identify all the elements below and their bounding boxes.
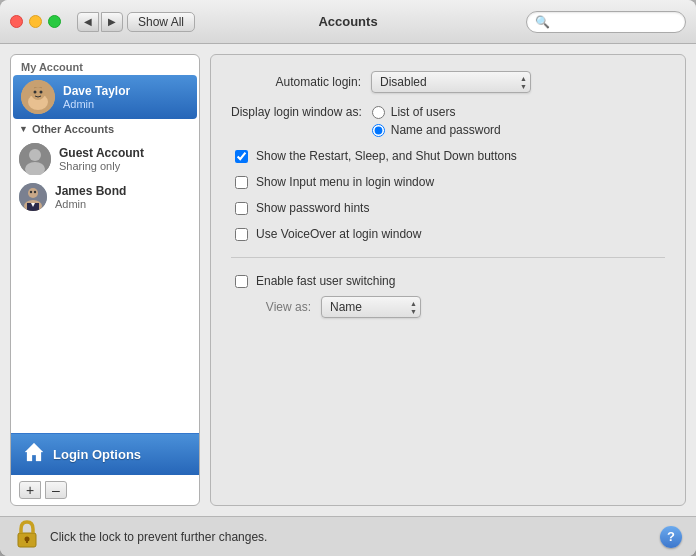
guest-account-item[interactable]: Guest Account Sharing only <box>11 139 199 179</box>
james-role: Admin <box>55 198 126 210</box>
view-as-select[interactable]: Name Short Name Icon <box>321 296 421 318</box>
accounts-window: ◀ ▶ Show All Accounts 🔍 My Account <box>0 0 696 556</box>
fast-user-section: Enable fast user switching View as: Name… <box>231 274 665 318</box>
help-button[interactable]: ? <box>660 526 682 548</box>
search-box[interactable]: 🔍 <box>526 11 686 33</box>
nav-buttons: ◀ ▶ <box>77 12 123 32</box>
svg-point-12 <box>34 191 36 193</box>
view-as-label: View as: <box>251 300 311 314</box>
svg-point-6 <box>29 149 41 161</box>
show-password-row: Show password hints <box>231 201 665 215</box>
search-input[interactable] <box>554 15 677 29</box>
name-password-label: Name and password <box>391 123 501 137</box>
show-input-checkbox[interactable] <box>235 176 248 189</box>
james-bond-item[interactable]: James Bond Admin <box>11 179 199 215</box>
my-account-label: My Account <box>11 55 199 75</box>
automatic-login-select-wrapper: Disabled <box>371 71 531 93</box>
show-input-row: Show Input menu in login window <box>231 175 665 189</box>
svg-marker-15 <box>25 443 43 461</box>
remove-account-button[interactable]: – <box>45 481 67 499</box>
svg-point-4 <box>40 91 43 94</box>
james-info: James Bond Admin <box>55 184 126 210</box>
show-restart-row: Show the Restart, Sleep, and Shut Down b… <box>231 149 665 163</box>
list-of-users-radio[interactable] <box>372 106 385 119</box>
show-input-label: Show Input menu in login window <box>256 175 434 189</box>
other-accounts-header[interactable]: ▼ Other Accounts <box>11 119 199 139</box>
dave-name: Dave Taylor <box>63 84 130 98</box>
list-of-users-row: List of users <box>372 105 501 119</box>
forward-button[interactable]: ▶ <box>101 12 123 32</box>
guest-info: Guest Account Sharing only <box>59 146 144 172</box>
automatic-login-row: Automatic login: Disabled <box>231 71 665 93</box>
display-login-row: Display login window as: List of users N… <box>231 105 665 137</box>
svg-rect-18 <box>26 539 28 543</box>
house-icon <box>23 441 45 468</box>
sidebar-scroll: My Account <box>11 55 199 433</box>
guest-avatar <box>19 143 51 175</box>
add-account-button[interactable]: + <box>19 481 41 499</box>
name-password-radio[interactable] <box>372 124 385 137</box>
divider <box>231 257 665 258</box>
list-of-users-label: List of users <box>391 105 456 119</box>
minimize-button[interactable] <box>29 15 42 28</box>
voiceover-row: Use VoiceOver at login window <box>231 227 665 241</box>
status-text: Click the lock to prevent further change… <box>50 530 650 544</box>
fast-user-checkbox[interactable] <box>235 275 248 288</box>
dave-taylor-item[interactable]: Dave Taylor Admin <box>13 75 197 119</box>
titlebar: ◀ ▶ Show All Accounts 🔍 <box>0 0 696 44</box>
login-options-button[interactable]: Login Options <box>11 433 199 475</box>
login-options-label: Login Options <box>53 447 141 462</box>
svg-point-2 <box>31 86 45 100</box>
lock-icon[interactable] <box>14 519 40 555</box>
voiceover-label: Use VoiceOver at login window <box>256 227 421 241</box>
main-content: My Account <box>0 44 696 516</box>
automatic-login-select[interactable]: Disabled <box>371 71 531 93</box>
voiceover-checkbox[interactable] <box>235 228 248 241</box>
view-as-select-wrapper: Name Short Name Icon <box>321 296 421 318</box>
svg-point-3 <box>34 91 37 94</box>
triangle-icon: ▼ <box>19 124 28 134</box>
svg-point-11 <box>30 191 32 193</box>
sidebar: My Account <box>10 54 200 506</box>
dave-avatar <box>21 80 55 114</box>
fast-user-label: Enable fast user switching <box>256 274 395 288</box>
view-as-row: View as: Name Short Name Icon <box>231 296 665 318</box>
radio-group: List of users Name and password <box>372 105 501 137</box>
dave-role: Admin <box>63 98 130 110</box>
svg-point-9 <box>28 188 38 198</box>
automatic-login-label: Automatic login: <box>231 75 361 89</box>
close-button[interactable] <box>10 15 23 28</box>
display-login-label: Display login window as: <box>231 105 362 119</box>
show-restart-label: Show the Restart, Sleep, and Shut Down b… <box>256 149 517 163</box>
james-name: James Bond <box>55 184 126 198</box>
search-icon: 🔍 <box>535 15 550 29</box>
guest-role: Sharing only <box>59 160 144 172</box>
status-bar: Click the lock to prevent further change… <box>0 516 696 556</box>
traffic-lights <box>10 15 61 28</box>
james-avatar <box>19 183 47 211</box>
show-password-checkbox[interactable] <box>235 202 248 215</box>
maximize-button[interactable] <box>48 15 61 28</box>
dave-account-info: Dave Taylor Admin <box>63 84 130 110</box>
fast-user-row: Enable fast user switching <box>231 274 665 288</box>
show-restart-checkbox[interactable] <box>235 150 248 163</box>
window-title: Accounts <box>318 14 377 29</box>
other-accounts-label: Other Accounts <box>32 123 114 135</box>
right-panel: Automatic login: Disabled Display login … <box>210 54 686 506</box>
back-button[interactable]: ◀ <box>77 12 99 32</box>
sidebar-bottom: + – <box>11 475 199 505</box>
show-password-label: Show password hints <box>256 201 369 215</box>
show-all-button[interactable]: Show All <box>127 12 195 32</box>
guest-name: Guest Account <box>59 146 144 160</box>
name-password-row: Name and password <box>372 123 501 137</box>
